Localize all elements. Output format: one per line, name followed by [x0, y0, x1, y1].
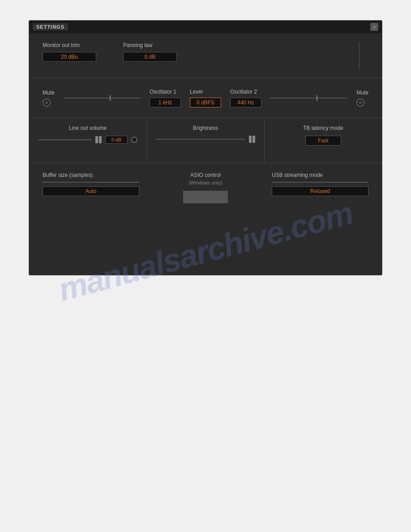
usb-streaming-group: USB streaming mode Relaxed — [272, 172, 368, 203]
panning-law-value[interactable]: 0 dB — [123, 52, 177, 62]
usb-streaming-label: USB streaming mode — [272, 172, 368, 178]
settings-window: SETTINGS x Monitor out trim 20 dBu Panni… — [29, 20, 382, 275]
section-monitor-panning: Monitor out trim 20 dBu Panning law 0 dB — [29, 33, 382, 78]
mute-right-group: Mute — [356, 90, 368, 107]
line-out-volume-slider-row: 0 dB — [38, 136, 137, 144]
tb-latency-label: TB latency mode — [274, 125, 373, 131]
buffer-size-group: Buffer size (samples) Auto — [43, 172, 139, 203]
title-bar: SETTINGS x — [29, 21, 382, 33]
line-out-volume-radio[interactable] — [131, 137, 137, 143]
oscillator1-group: Oscillator 1 1 kHz — [150, 89, 181, 107]
line-out-volume-track[interactable] — [38, 139, 92, 140]
level-value[interactable]: 0 dBFS — [190, 98, 221, 107]
line-out-volume-value[interactable]: 0 dB — [105, 136, 128, 144]
oscillator2-value[interactable]: 440 Hz — [230, 98, 261, 107]
level-label: Level — [190, 89, 203, 95]
oscillator1-value[interactable]: 1 kHz — [150, 98, 181, 107]
asio-control-sublabel: (Windows only) — [188, 180, 222, 185]
handle-2[interactable] — [99, 136, 102, 143]
asio-slider-track[interactable] — [183, 191, 228, 203]
osc1-slider-track[interactable] — [64, 98, 141, 99]
mute-right-radio[interactable] — [356, 99, 364, 107]
buffer-size-label: Buffer size (samples) — [43, 172, 139, 178]
mute-right-label: Mute — [356, 90, 368, 96]
line-out-volume-label: Line out volume — [38, 125, 137, 131]
brightness-label: Brightness — [156, 125, 255, 131]
panning-law-group: Panning law 0 dB — [123, 42, 177, 62]
asio-control-group: ASIO control (Windows only) — [157, 172, 254, 203]
level-group: Level 0 dBFS — [190, 89, 221, 107]
monitor-out-trim-value[interactable]: 20 dBu — [43, 52, 96, 62]
panning-law-label: Panning law — [123, 42, 152, 48]
oscillator2-group: Oscillator 2 440 Hz — [230, 89, 261, 107]
tb-latency-value[interactable]: Fast — [305, 136, 341, 146]
section-oscillators: Mute Oscillator 1 1 kHz Level 0 dBFS Osc… — [29, 78, 382, 118]
handle-1[interactable] — [95, 136, 98, 143]
brightness-handle-2[interactable] — [253, 136, 255, 143]
monitor-out-trim-group: Monitor out trim 20 dBu — [43, 42, 96, 62]
brightness-slider-row — [156, 136, 255, 143]
line-out-volume-handles[interactable] — [95, 136, 102, 143]
mute-left-label: Mute — [43, 90, 55, 96]
asio-control-label: ASIO control — [190, 172, 221, 178]
osc2-slider-track[interactable] — [270, 98, 347, 99]
window-title: SETTINGS — [33, 23, 68, 30]
section-1-fields: Monitor out trim 20 dBu Panning law 0 dB — [43, 42, 350, 69]
oscillator1-label: Oscillator 1 — [150, 89, 176, 95]
buffer-size-value[interactable]: Auto — [43, 186, 139, 196]
line-out-volume-group: Line out volume 0 dB — [29, 118, 147, 163]
brightness-track[interactable] — [156, 139, 245, 140]
mute-left-radio[interactable] — [43, 99, 51, 107]
section-buffer-asio-usb: Buffer size (samples) Auto ASIO control … — [29, 163, 382, 212]
mute-left-group: Mute — [43, 90, 55, 107]
brightness-handles[interactable] — [249, 136, 255, 143]
close-button[interactable]: x — [370, 23, 378, 31]
buffer-size-track[interactable] — [43, 182, 139, 183]
oscillator2-label: Oscillator 2 — [230, 89, 257, 95]
tb-latency-group: TB latency mode Fast — [265, 118, 382, 163]
brightness-group: Brightness — [147, 118, 265, 163]
content-area: Monitor out trim 20 dBu Panning law 0 dB… — [29, 33, 382, 212]
section-1-divider — [359, 42, 360, 69]
monitor-out-trim-label: Monitor out trim — [43, 42, 80, 48]
usb-streaming-value[interactable]: Relaxed — [272, 186, 368, 196]
usb-streaming-track[interactable] — [272, 182, 368, 183]
section-volume-brightness: Line out volume 0 dB Brightness — [29, 118, 382, 163]
brightness-handle-1[interactable] — [249, 136, 252, 143]
